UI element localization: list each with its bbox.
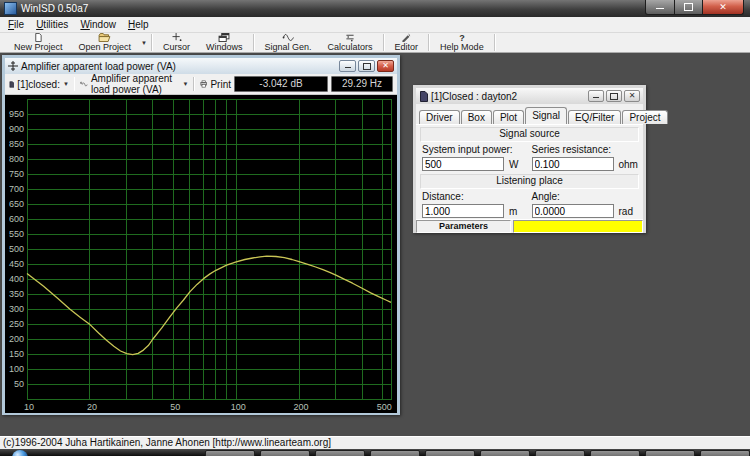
desktop: WinISD 0.50a7 File Utilities Window Help… — [0, 0, 750, 456]
project-selector-arrow[interactable]: ▼ — [63, 81, 69, 87]
cursor-icon — [171, 33, 183, 42]
series-resistance-field[interactable] — [532, 157, 614, 171]
parameter-window-titlebar[interactable]: [1]Closed : dayton2 — [416, 88, 643, 104]
tab-driver[interactable]: Driver — [419, 110, 460, 124]
start-button[interactable] — [12, 450, 28, 456]
taskbar-button[interactable] — [700, 450, 750, 456]
close-icon — [719, 3, 727, 12]
maximize-icon — [684, 3, 693, 11]
chart-maximize-button[interactable] — [358, 60, 375, 72]
new-project-icon — [32, 33, 44, 42]
angle-field[interactable] — [532, 204, 614, 218]
crosshair-icon — [8, 61, 18, 71]
taskbar-button[interactable] — [425, 450, 475, 456]
parameter-window-title: [1]Closed : dayton2 — [431, 91, 517, 102]
minimize-icon — [593, 95, 599, 98]
system-input-power-field[interactable] — [422, 157, 504, 171]
svg-text:950: 950 — [9, 109, 24, 119]
tab-plot[interactable]: Plot — [493, 110, 524, 124]
taskbar-button[interactable] — [590, 450, 640, 456]
menu-file[interactable]: File — [2, 18, 30, 31]
editor-icon — [400, 33, 412, 42]
maximize-icon — [610, 93, 618, 100]
svg-text:100: 100 — [9, 364, 24, 374]
tab-eq-filter[interactable]: EQ/Filter — [568, 110, 621, 124]
taskbar-button[interactable] — [480, 450, 530, 456]
svg-text:500: 500 — [9, 244, 24, 254]
windows-button[interactable]: Windows — [198, 33, 251, 52]
editor-button[interactable]: Editor — [387, 33, 427, 52]
taskbar-button[interactable] — [205, 450, 255, 456]
chart-close-button[interactable] — [377, 60, 394, 72]
svg-text:10: 10 — [24, 402, 34, 412]
chart-plot[interactable]: 5010015020025030035040045050055060065070… — [5, 95, 397, 413]
svg-text:150: 150 — [9, 349, 24, 359]
menu-help[interactable]: Help — [122, 18, 155, 31]
distance-field[interactable] — [422, 204, 504, 218]
svg-text:500: 500 — [377, 402, 392, 412]
new-project-button[interactable]: New Project — [6, 33, 71, 52]
toolbar-separator — [193, 77, 195, 91]
taskbar-button[interactable] — [535, 450, 585, 456]
close-button[interactable] — [702, 0, 744, 15]
chart-window: Amplifier apparent load power (VA) [1]cl… — [2, 55, 400, 415]
main-toolbar: New Project Open Project ▼ Cursor Window… — [0, 33, 750, 53]
tab-project[interactable]: Project — [622, 110, 667, 124]
svg-text:900: 900 — [9, 124, 24, 134]
open-project-dropdown-arrow[interactable]: ▼ — [139, 33, 149, 52]
toolbar-separator — [253, 34, 255, 51]
svg-text:450: 450 — [9, 259, 24, 269]
tab-signal[interactable]: Signal — [525, 107, 567, 124]
svg-text:50: 50 — [14, 379, 24, 389]
taskbar-button[interactable] — [315, 450, 365, 456]
menu-bar: File Utilities Window Help — [0, 17, 750, 33]
series-resistance-label: Series resistance: — [532, 144, 640, 155]
parameters-button[interactable]: Parameters — [416, 220, 511, 233]
maximize-button[interactable] — [675, 0, 702, 15]
minimize-button[interactable] — [645, 0, 675, 15]
plot-type-selector-arrow[interactable]: ▼ — [182, 81, 188, 87]
close-icon — [382, 62, 389, 70]
chart-plot-area[interactable]: 5010015020025030035040045050055060065070… — [5, 95, 397, 413]
maximize-icon — [363, 63, 371, 70]
taskbar-button[interactable] — [370, 450, 420, 456]
taskbar-button[interactable] — [645, 450, 695, 456]
chart-window-titlebar[interactable]: Amplifier apparent load power (VA) — [5, 58, 397, 74]
signal-gen-button[interactable]: Signal Gen. — [257, 33, 320, 52]
toolbar-separator — [151, 34, 153, 51]
signal-gen-icon — [282, 33, 295, 42]
project-selector[interactable]: [1]closed: — [17, 79, 60, 90]
taskbar-button[interactable] — [260, 450, 310, 456]
cursor-frequency-display: 29.29 Hz — [331, 76, 393, 92]
svg-text:100: 100 — [231, 402, 246, 412]
cursor-button[interactable]: Cursor — [155, 33, 198, 52]
svg-text:250: 250 — [9, 319, 24, 329]
mdi-area: Amplifier apparent load power (VA) [1]cl… — [0, 52, 750, 437]
tab-box[interactable]: Box — [461, 110, 492, 124]
svg-text:700: 700 — [9, 184, 24, 194]
status-progress-bar — [513, 220, 643, 233]
minimize-icon — [345, 65, 351, 68]
chart-minimize-button[interactable] — [339, 60, 356, 72]
menu-utilities[interactable]: Utilities — [30, 18, 74, 31]
param-maximize-button[interactable] — [606, 90, 622, 102]
help-mode-button[interactable]: ? Help Mode — [432, 33, 492, 52]
print-button[interactable]: Print — [210, 79, 231, 90]
signal-source-group-header: Signal source — [420, 127, 639, 142]
param-minimize-button[interactable] — [588, 90, 604, 102]
param-close-button[interactable] — [624, 90, 640, 102]
menu-window[interactable]: Window — [74, 18, 122, 31]
taskbar-buttons — [205, 450, 750, 456]
open-project-button[interactable]: Open Project — [71, 33, 140, 52]
parameter-window-footer: Parameters — [416, 219, 643, 233]
cursor-readouts: -3.042 dB 29.29 Hz — [234, 76, 393, 92]
main-window-titlebar[interactable]: WinISD 0.50a7 — [0, 0, 750, 17]
calculators-button[interactable]: Calculators — [320, 33, 381, 52]
svg-text:400: 400 — [9, 274, 24, 284]
status-bar: (c)1996-2004 Juha Hartikainen, Janne Aho… — [0, 436, 750, 449]
angle-unit: rad — [619, 206, 633, 217]
windows-icon — [218, 33, 230, 42]
listening-place-group-header: Listening place — [420, 174, 639, 189]
svg-text:350: 350 — [9, 289, 24, 299]
plot-type-selector[interactable]: Amplifier apparent load power (VA) — [91, 73, 180, 95]
